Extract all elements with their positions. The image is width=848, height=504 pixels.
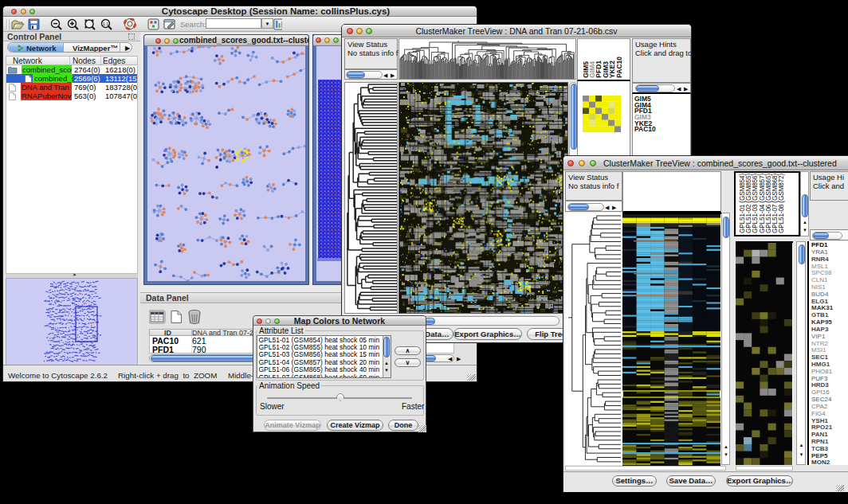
svg-text:1:1: 1:1	[103, 21, 109, 26]
